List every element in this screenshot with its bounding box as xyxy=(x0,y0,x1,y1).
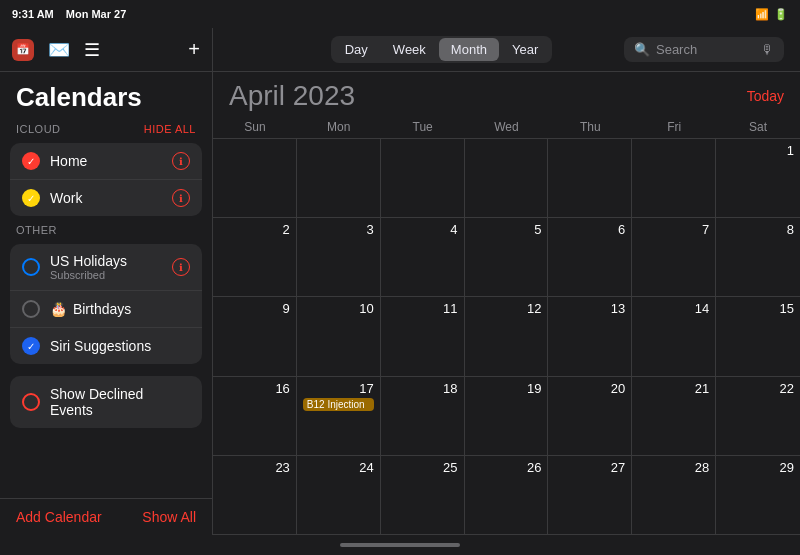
calendar-cell[interactable] xyxy=(381,139,465,218)
sidebar-toolbar: 📅 ✉️ ☰ + xyxy=(0,28,212,72)
list-icon[interactable]: ☰ xyxy=(84,39,100,61)
holidays-calendar-name: US Holidays xyxy=(50,253,162,269)
home-info-button[interactable]: ℹ xyxy=(172,152,190,170)
calendar-item-work[interactable]: ✓ Work ℹ xyxy=(10,180,202,216)
day-number: 7 xyxy=(638,222,709,237)
work-check: ✓ xyxy=(22,189,40,207)
day-number: 28 xyxy=(638,460,709,475)
calendar-cell[interactable]: 14 xyxy=(632,297,716,376)
view-month-button[interactable]: Month xyxy=(439,38,499,61)
main-layout: 📅 ✉️ ☰ + Calendars ICLOUD HIDE ALL ✓ Hom… xyxy=(0,28,800,535)
today-button[interactable]: Today xyxy=(747,88,784,104)
view-day-button[interactable]: Day xyxy=(333,38,380,61)
status-bar: 9:31 AM Mon Mar 27 📶 🔋 xyxy=(0,0,800,28)
calendar-cell[interactable]: 20 xyxy=(548,377,632,456)
calendar-cell[interactable]: 18 xyxy=(381,377,465,456)
calendar-cell[interactable]: 12 xyxy=(465,297,549,376)
mic-icon[interactable]: 🎙 xyxy=(761,42,774,57)
day-number: 13 xyxy=(554,301,625,316)
event-pill[interactable]: B12 Injection xyxy=(303,398,374,411)
day-number: 25 xyxy=(387,460,458,475)
home-check: ✓ xyxy=(22,152,40,170)
calendar-cell[interactable]: 28 xyxy=(632,456,716,535)
add-calendar-button[interactable]: + xyxy=(188,38,200,61)
view-switcher: Day Week Month Year xyxy=(331,36,553,63)
calendar-cell[interactable]: 16 xyxy=(213,377,297,456)
calendar-cell[interactable]: 5 xyxy=(465,218,549,297)
calendar-cell[interactable]: 10 xyxy=(297,297,381,376)
calendar-cell[interactable]: 2 xyxy=(213,218,297,297)
day-number: 11 xyxy=(387,301,458,316)
calendar-cell[interactable]: 23 xyxy=(213,456,297,535)
inbox-icon[interactable]: ✉️ xyxy=(48,39,70,61)
view-week-button[interactable]: Week xyxy=(381,38,438,61)
other-calendar-group: US Holidays Subscribed ℹ 🎂 Birthdays ✓ S… xyxy=(10,244,202,364)
day-header-mon: Mon xyxy=(297,116,381,138)
day-header-sun: Sun xyxy=(213,116,297,138)
calendar-cell[interactable]: 22 xyxy=(716,377,800,456)
calendar-cell[interactable] xyxy=(297,139,381,218)
search-icon: 🔍 xyxy=(634,42,650,57)
calendar-cell[interactable]: 25 xyxy=(381,456,465,535)
calendar-cell[interactable]: 29 xyxy=(716,456,800,535)
calendar-header: Day Week Month Year 🔍 🎙 xyxy=(213,28,800,72)
calendar-cell[interactable]: 21 xyxy=(632,377,716,456)
calendar-app-icon[interactable]: 📅 xyxy=(12,39,34,61)
calendar-cell[interactable]: 27 xyxy=(548,456,632,535)
day-number: 26 xyxy=(471,460,542,475)
status-time: 9:31 AM xyxy=(12,8,54,20)
day-number: 22 xyxy=(722,381,794,396)
icloud-calendar-group: ✓ Home ℹ ✓ Work ℹ xyxy=(10,143,202,216)
calendar-cell[interactable]: 17B12 Injection xyxy=(297,377,381,456)
calendar-item-home[interactable]: ✓ Home ℹ xyxy=(10,143,202,180)
hide-all-button[interactable]: HIDE ALL xyxy=(144,123,196,135)
calendar-cell[interactable]: 8 xyxy=(716,218,800,297)
view-year-button[interactable]: Year xyxy=(500,38,550,61)
calendar-cell[interactable]: 19 xyxy=(465,377,549,456)
calendar-cell[interactable]: 4 xyxy=(381,218,465,297)
calendar-item-birthdays[interactable]: 🎂 Birthdays xyxy=(10,291,202,328)
search-input[interactable] xyxy=(656,42,751,57)
icloud-section-header: ICLOUD HIDE ALL xyxy=(0,119,212,139)
add-calendar-link[interactable]: Add Calendar xyxy=(16,509,102,525)
calendar-cell[interactable] xyxy=(465,139,549,218)
calendar-cell[interactable]: 24 xyxy=(297,456,381,535)
calendar-item-holidays[interactable]: US Holidays Subscribed ℹ xyxy=(10,244,202,291)
work-calendar-name: Work xyxy=(50,190,162,206)
calendar-cell[interactable]: 6 xyxy=(548,218,632,297)
calendar-cell[interactable]: 7 xyxy=(632,218,716,297)
day-number: 29 xyxy=(722,460,794,475)
sidebar-bottom: Add Calendar Show All xyxy=(0,498,212,535)
other-section-header: OTHER xyxy=(0,220,212,240)
birthdays-check xyxy=(22,300,40,318)
show-all-link[interactable]: Show All xyxy=(142,509,196,525)
calendar-area: Day Week Month Year 🔍 🎙 April 2023 Today… xyxy=(213,28,800,535)
calendar-cell[interactable] xyxy=(632,139,716,218)
calendar-cell[interactable]: 15 xyxy=(716,297,800,376)
calendar-cell[interactable]: 11 xyxy=(381,297,465,376)
day-number: 19 xyxy=(471,381,542,396)
calendar-cell[interactable]: 9 xyxy=(213,297,297,376)
day-header-fri: Fri xyxy=(632,116,716,138)
show-declined-button[interactable]: Show Declined Events xyxy=(10,376,202,428)
siri-calendar-name: Siri Suggestions xyxy=(50,338,190,354)
birthdays-calendar-name: 🎂 Birthdays xyxy=(50,301,190,317)
show-declined-label: Show Declined Events xyxy=(50,386,190,418)
calendar-cell[interactable] xyxy=(548,139,632,218)
calendar-cell[interactable]: 26 xyxy=(465,456,549,535)
calendar-cell[interactable]: 1 xyxy=(716,139,800,218)
day-number: 16 xyxy=(219,381,290,396)
day-number: 17 xyxy=(303,381,374,396)
calendar-item-siri[interactable]: ✓ Siri Suggestions xyxy=(10,328,202,364)
day-number: 18 xyxy=(387,381,458,396)
holidays-info-button[interactable]: ℹ xyxy=(172,258,190,276)
day-number: 5 xyxy=(471,222,542,237)
day-number: 20 xyxy=(554,381,625,396)
day-number: 12 xyxy=(471,301,542,316)
calendar-cell[interactable]: 3 xyxy=(297,218,381,297)
day-header-tue: Tue xyxy=(381,116,465,138)
work-info-button[interactable]: ℹ xyxy=(172,189,190,207)
battery-icon: 🔋 xyxy=(774,8,788,21)
calendar-cell[interactable] xyxy=(213,139,297,218)
calendar-cell[interactable]: 13 xyxy=(548,297,632,376)
